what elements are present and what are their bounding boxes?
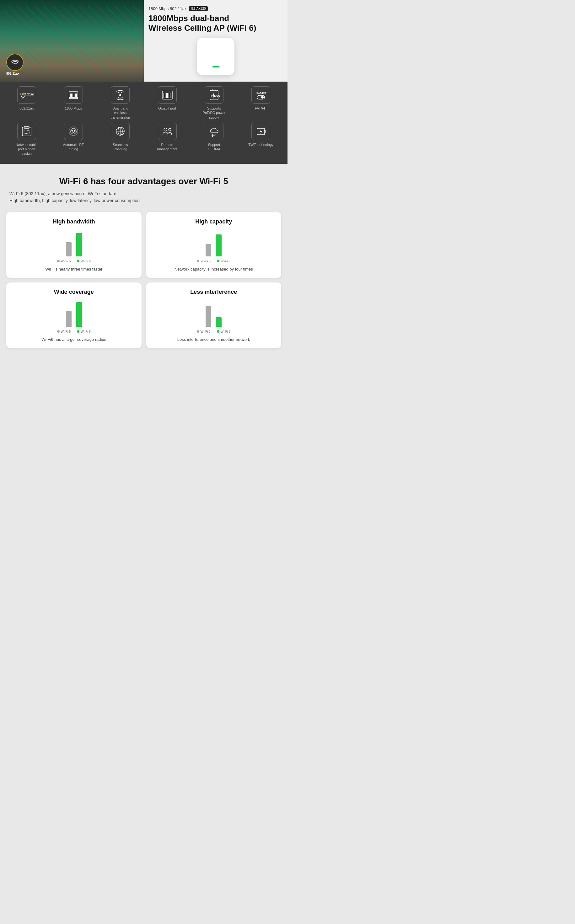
svg-text:6: 6 xyxy=(24,94,25,97)
product-subtitle: 1800 Mbps 802.11ax GZ-AX820 xyxy=(148,6,283,11)
bar-chart-bandwidth xyxy=(13,231,135,256)
feature-label-twt: TWT technology xyxy=(248,143,273,147)
feature-label-wifi6ax: 802.11ax xyxy=(19,106,33,111)
bar-chart-capacity xyxy=(152,231,275,256)
adv-card-title-coverage: Wide coverage xyxy=(13,289,135,295)
bar-chart-interference xyxy=(152,302,275,327)
feature-label-speed: 1800 Mbps xyxy=(65,106,82,111)
svg-point-31 xyxy=(71,129,76,134)
feature-remote: Remote management xyxy=(144,123,191,152)
adv-card-desc-bandwidth: WiFi is nearly three times faster xyxy=(13,267,135,271)
hero-product-info: 1800 Mbps 802.11ax GZ-AX820 1800Mbps dua… xyxy=(144,0,288,82)
features-bar: 802.11ax 6 802.11ax xyxy=(0,82,288,164)
feature-roaming: Seamless Roaming xyxy=(97,123,144,152)
bar-wifi6-bandwidth xyxy=(76,233,82,256)
bar-wifi6-capacity xyxy=(216,235,222,256)
bar-wifi5-interference xyxy=(206,306,211,327)
product-title: 1800Mbps dual-band Wireless Ceiling AP (… xyxy=(148,13,283,33)
ap-led xyxy=(213,66,219,67)
features-row-1: 802.11ax 6 802.11ax xyxy=(3,86,284,119)
feature-label-hidden: Network cable port hidden design xyxy=(14,143,39,156)
svg-point-26 xyxy=(261,96,264,98)
bar-wifi6-coverage xyxy=(76,302,82,327)
hero-section: 6 802.11ax 1800 Mbps 802.11ax GZ-AX820 1… xyxy=(0,0,288,82)
feature-label-poe: Supports PoE/DC power supply xyxy=(202,106,227,119)
speed-icon-box xyxy=(64,86,83,103)
poe-icon-box: PoE/DC xyxy=(205,86,224,103)
adv-card-title-capacity: High capacity xyxy=(152,218,275,225)
feature-hidden-port: Network cable port hidden design xyxy=(3,123,50,156)
fatfit-icon-box: FAT/FIT xyxy=(251,86,270,103)
svg-point-11 xyxy=(119,94,121,96)
feature-label-dualband: Dual-band wireless transmission xyxy=(108,106,133,119)
wifi6ax-icon-box: 802.11ax 6 xyxy=(17,86,36,103)
adv-card-title-interference: Less interference xyxy=(152,289,275,295)
bar-wifi5-bandwidth xyxy=(66,242,71,256)
ofdma-icon-box xyxy=(205,123,224,140)
feature-twt: TWT technology xyxy=(238,123,284,147)
svg-text:6: 6 xyxy=(17,59,19,62)
feature-label-remote: Remote management xyxy=(155,143,180,152)
feature-label-fatfit: FAT/FIT xyxy=(255,106,267,111)
feature-label-gigabit: Gigabit port xyxy=(158,106,176,111)
feature-gigabit: Gigabit port xyxy=(144,86,191,111)
ap-device-image xyxy=(197,38,235,75)
twt-icon-box xyxy=(251,123,270,140)
svg-rect-28 xyxy=(24,127,29,129)
svg-text:FAT/FIT: FAT/FIT xyxy=(256,92,267,95)
adv-card-bandwidth: High bandwidth Wi-Fi 5 Wi-Fi 6 xyxy=(6,212,141,278)
rf-icon-box xyxy=(64,123,83,140)
svg-point-32 xyxy=(69,127,78,136)
bar-wifi6-interference xyxy=(216,317,222,327)
advantages-title: Wi-Fi 6 has four advantages over Wi-Fi 5 xyxy=(6,176,281,186)
feature-dualband: Dual-band wireless transmission xyxy=(97,86,144,119)
feature-label-ofdma: Support OFDMA xyxy=(202,143,227,152)
bar-wifi5-capacity xyxy=(206,244,211,256)
bar-legend-interference: Wi-Fi 5 Wi-Fi 6 xyxy=(152,330,275,333)
feature-speed: 1800 Mbps xyxy=(50,86,97,111)
adv-card-interference: Less interference Wi-Fi 5 Wi-Fi 6 xyxy=(146,283,281,348)
svg-point-38 xyxy=(168,129,171,131)
feature-label-roaming: Seamless Roaming xyxy=(108,143,133,152)
feature-ofdma: Support OFDMA xyxy=(191,123,237,152)
bar-legend-coverage: Wi-Fi 5 Wi-Fi 6 xyxy=(13,330,135,333)
adv-card-desc-interference: Less interference and smoother network xyxy=(152,337,275,342)
bar-wifi5-coverage xyxy=(66,311,71,327)
model-tag: GZ-AX820 xyxy=(189,6,208,11)
roaming-icon-box xyxy=(111,123,130,140)
wifi6-badge: 6 802.11ax xyxy=(6,54,24,75)
feature-poe: PoE/DC Supports PoE/DC power supply xyxy=(191,86,237,119)
feature-rf-tuning: Automatic RF tuning xyxy=(50,123,97,152)
feature-wifi6ax: 802.11ax 6 802.11ax xyxy=(3,86,50,111)
advantages-grid: High bandwidth Wi-Fi 5 Wi-Fi 6 xyxy=(6,212,281,348)
advantages-section: Wi-Fi 6 has four advantages over Wi-Fi 5… xyxy=(0,164,288,360)
features-row-2: Network cable port hidden design Automat… xyxy=(3,123,284,156)
remote-icon-box xyxy=(158,123,177,140)
svg-text:802.11ax: 802.11ax xyxy=(21,92,33,96)
svg-text:PoE/DC: PoE/DC xyxy=(211,94,220,97)
svg-rect-29 xyxy=(24,130,30,133)
svg-point-37 xyxy=(164,128,167,131)
adv-card-coverage: Wide coverage Wi-Fi 5 Wi-Fi 6 xyxy=(6,283,141,348)
product-image xyxy=(197,38,235,75)
hidden-port-icon-box xyxy=(17,123,36,140)
bar-legend-capacity: Wi-Fi 5 Wi-Fi 6 xyxy=(152,260,275,263)
advantages-subtitle: Wi-Fi 6 (802.11ax), a new generation of … xyxy=(6,190,281,204)
feature-label-rf: Automatic RF tuning xyxy=(61,143,86,152)
bar-legend-bandwidth: Wi-Fi 5 Wi-Fi 6 xyxy=(13,260,135,263)
feature-fatfit: FAT/FIT FAT/FIT xyxy=(238,86,284,111)
adv-card-desc-coverage: Wi-Fi6 has a larger coverage radius xyxy=(13,337,135,342)
gigabit-icon-box xyxy=(158,86,177,103)
bar-chart-coverage xyxy=(13,302,135,327)
wifi6-label: 802.11ax xyxy=(6,72,24,75)
hero-image: 6 802.11ax xyxy=(0,0,144,82)
adv-card-desc-capacity: Network capacity is increased by four ti… xyxy=(152,267,275,271)
adv-card-title-bandwidth: High bandwidth xyxy=(13,218,135,225)
adv-card-capacity: High capacity Wi-Fi 5 Wi-Fi 6 xyxy=(146,212,281,278)
dualband-icon-box xyxy=(111,86,130,103)
